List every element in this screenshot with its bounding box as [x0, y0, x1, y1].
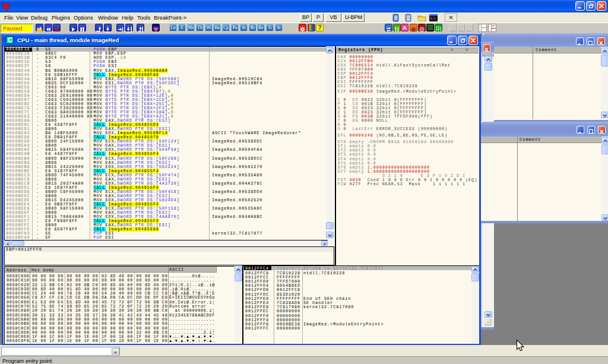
svg-text:C:\: C:\: [430, 17, 436, 20]
